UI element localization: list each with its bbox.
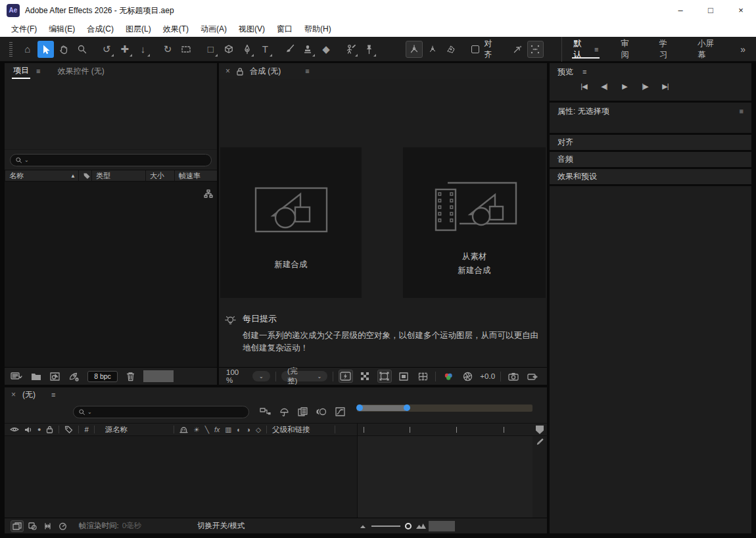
draft-3d-icon[interactable] — [279, 407, 289, 417]
home-button[interactable]: ⌂ — [19, 41, 36, 58]
tab-project[interactable]: 项目 — [12, 63, 30, 79]
next-frame-button[interactable]: |▶ — [638, 80, 651, 92]
adjustment-layer-icon[interactable]: ◑ — [247, 426, 250, 433]
hand-tool[interactable] — [55, 41, 72, 58]
brush-tool[interactable] — [281, 41, 298, 58]
navigator-start-handle[interactable] — [356, 404, 363, 411]
collapse-transformations-icon[interactable]: ☀ — [193, 426, 199, 433]
tab-effect-controls[interactable]: 效果控件 (无) — [57, 66, 104, 77]
rotate-tool[interactable]: ↻ — [159, 41, 176, 58]
zoom-out-mountain-icon[interactable] — [360, 524, 367, 529]
mask-visibility-button[interactable] — [377, 370, 392, 383]
clone-stamp-tool[interactable] — [300, 41, 317, 58]
column-size[interactable]: 大小 — [145, 170, 174, 181]
mini-flowchart-icon[interactable] — [260, 407, 271, 417]
eraser-tool[interactable]: ◆ — [318, 41, 335, 58]
axis-mode-world-button[interactable] — [424, 41, 441, 58]
audio-panel-header[interactable]: 音频 — [550, 152, 751, 167]
menu-file[interactable]: 文件(F) — [5, 24, 43, 35]
composition-tab-label[interactable]: 合成 (无) — [250, 66, 281, 77]
project-item-list[interactable] — [5, 182, 217, 367]
trash-icon[interactable] — [126, 372, 135, 381]
new-folder-icon[interactable] — [31, 372, 41, 381]
snapshot-button[interactable] — [506, 370, 520, 383]
pan-camera-tool[interactable]: ✚ — [116, 41, 133, 58]
time-ruler[interactable] — [357, 424, 532, 435]
region-of-interest-button[interactable] — [397, 370, 411, 383]
snap-option-1-button[interactable] — [509, 41, 526, 58]
zoom-tool[interactable] — [74, 41, 91, 58]
search-options-icon[interactable]: ⌄ — [24, 157, 29, 163]
align-panel-header[interactable]: 对齐 — [550, 135, 751, 150]
expand-inout-button[interactable] — [41, 520, 54, 532]
timeline-tab-label[interactable]: (无) — [22, 389, 35, 401]
close-panel-icon[interactable]: × — [11, 390, 16, 399]
workspace-menu-icon[interactable]: ≡ — [594, 45, 598, 53]
exposure-button[interactable] — [461, 370, 475, 383]
properties-panel-menu-icon[interactable]: ≡ — [740, 107, 744, 115]
graph-editor-icon[interactable] — [335, 407, 345, 417]
menu-layer[interactable]: 图层(L) — [120, 24, 157, 35]
toolbar-grip[interactable] — [9, 42, 12, 57]
flowchart-icon[interactable] — [204, 189, 213, 198]
frame-blending-icon[interactable] — [298, 407, 308, 417]
quality-icon[interactable]: ╲ — [205, 426, 209, 433]
column-frame-rate[interactable]: 帧速率 — [174, 170, 217, 181]
column-type[interactable]: 类型 — [91, 170, 145, 181]
effects-presets-panel-header[interactable]: 效果和预设 — [550, 169, 751, 184]
new-composition-from-footage-card[interactable]: 从素材 新建合成 — [403, 147, 546, 298]
label-tag-icon[interactable] — [64, 426, 73, 433]
snap-checkbox[interactable] — [471, 45, 479, 53]
menu-animation[interactable]: 动画(A) — [195, 24, 233, 35]
project-search-input[interactable]: ⌄ — [10, 154, 212, 166]
selection-tool[interactable] — [37, 41, 55, 58]
expand-transfer-controls-button[interactable] — [26, 520, 39, 532]
video-eye-icon[interactable] — [10, 426, 19, 433]
preview-title[interactable]: 预览 — [557, 66, 573, 78]
puppet-pin-tool[interactable] — [360, 41, 377, 58]
menu-help[interactable]: 帮助(H) — [298, 24, 337, 35]
column-label-tag[interactable] — [78, 170, 91, 181]
magnification-value[interactable]: 100 % — [226, 368, 247, 384]
composition-panel-menu-icon[interactable]: ≡ — [305, 67, 309, 75]
parent-link-column[interactable]: 父级和链接 — [272, 425, 310, 435]
axis-mode-view-button[interactable] — [442, 41, 460, 58]
resolution-dropdown[interactable]: (完整) ⌄ — [281, 371, 327, 381]
axis-mode-local-button[interactable] — [406, 41, 423, 58]
comp-marker-icon[interactable] — [536, 438, 544, 446]
grid-guides-button[interactable] — [416, 370, 430, 383]
unlock-icon[interactable] — [236, 67, 244, 76]
text-tool[interactable]: T — [256, 41, 273, 58]
zoom-slider-handle[interactable] — [405, 523, 412, 529]
time-navigator-segment[interactable] — [359, 405, 406, 411]
workspace-tab-small-screen[interactable]: 小屏幕 — [697, 37, 721, 62]
timeline-panel-menu-icon[interactable]: ≡ — [51, 391, 55, 399]
renderer-icon[interactable] — [68, 372, 79, 381]
solo-icon[interactable]: ● — [37, 426, 41, 433]
first-frame-button[interactable]: |◀ — [577, 80, 590, 92]
exposure-value[interactable]: +0.0 — [480, 372, 495, 380]
menu-composition[interactable]: 合成(C) — [81, 24, 120, 35]
track-area[interactable] — [357, 436, 532, 518]
expand-render-time-button[interactable] — [56, 520, 69, 532]
shy-icon[interactable] — [179, 426, 188, 433]
source-name-column[interactable]: 源名称 — [105, 425, 128, 435]
search-options-icon[interactable]: ⌄ — [87, 409, 92, 415]
close-button[interactable]: × — [726, 0, 756, 21]
zoom-in-mountains-icon[interactable] — [416, 523, 426, 529]
project-panel-menu-icon[interactable]: ≡ — [36, 67, 40, 75]
3d-object-tool[interactable] — [220, 41, 237, 58]
snap-option-2-button[interactable] — [527, 41, 544, 58]
workspace-tab-learn[interactable]: 学习 — [659, 37, 675, 62]
show-snapshot-button[interactable] — [525, 370, 539, 383]
maximize-button[interactable]: □ — [696, 0, 726, 21]
frame-blend-icon[interactable]: ▥ — [225, 426, 231, 433]
audio-speaker-icon[interactable] — [24, 426, 32, 433]
timeline-scrollbar-thumb[interactable] — [429, 521, 455, 531]
timeline-search-input[interactable]: ⌄ — [73, 406, 249, 418]
dolly-camera-tool[interactable]: ↓ — [135, 41, 152, 58]
toggle-switches-modes-button[interactable]: 切换开关/模式 — [197, 521, 245, 531]
workspace-tab-default[interactable]: 默认 ≡ — [573, 37, 598, 62]
camera-tool[interactable] — [177, 41, 195, 58]
column-name[interactable]: 名称 ▲ — [5, 170, 78, 181]
